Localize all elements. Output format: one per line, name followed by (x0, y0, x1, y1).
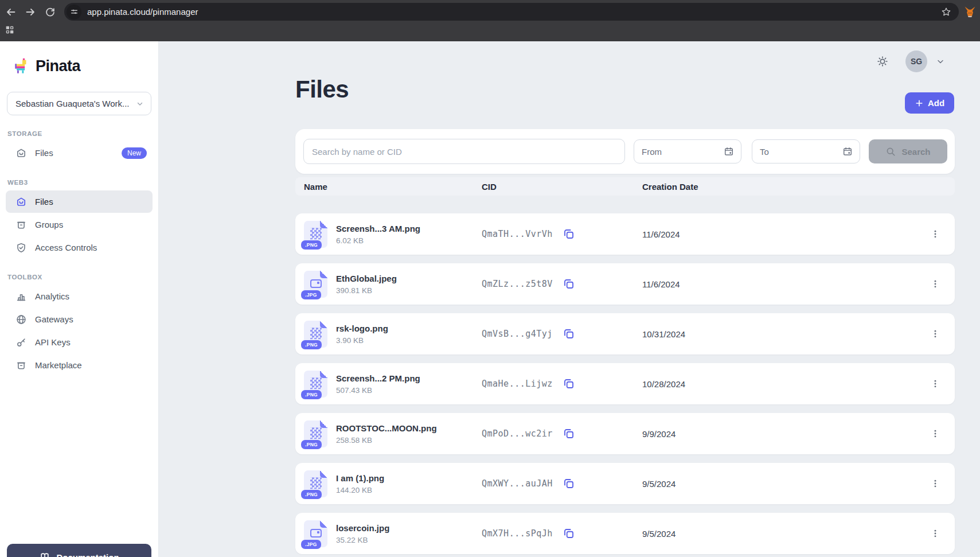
add-button[interactable]: Add (905, 92, 954, 114)
metamask-icon (963, 5, 977, 18)
kebab-menu-icon (930, 528, 940, 539)
sidebar-item-analytics[interactable]: Analytics (6, 285, 153, 307)
chevron-down-icon (936, 57, 945, 66)
forward-button[interactable] (24, 5, 37, 19)
date-to-input[interactable]: To (752, 139, 860, 163)
sidebar-item-api-keys[interactable]: API Keys (6, 331, 153, 353)
theme-toggle-button[interactable] (873, 52, 892, 71)
plus-icon (915, 99, 924, 108)
date-from-input[interactable]: From (634, 139, 741, 163)
gateways-icon (15, 314, 27, 325)
back-icon (5, 6, 17, 18)
account-menu-button[interactable] (936, 57, 945, 66)
file-jpg-icon: .JPG (304, 520, 327, 547)
bookmark-star-button[interactable] (940, 6, 952, 18)
copy-icon (563, 477, 575, 490)
row-menu-button[interactable] (926, 474, 944, 493)
sidebar-item-web3-files[interactable]: Files (6, 190, 153, 213)
file-jpg-icon: .JPG (304, 271, 327, 298)
calendar-icon (724, 146, 734, 157)
copy-cid-button[interactable] (563, 377, 575, 390)
sun-icon (876, 55, 889, 68)
row-menu-button[interactable] (926, 325, 944, 343)
table-row[interactable]: .JPG losercoin.jpg35.22 KB QmX7H...sPqJh… (295, 513, 955, 554)
file-size: 507.43 KB (336, 386, 420, 395)
copy-cid-button[interactable] (563, 477, 575, 490)
file-size: 390.81 KB (336, 286, 397, 295)
sidebar-item-label: Marketplace (35, 360, 147, 370)
copy-cid-button[interactable] (563, 278, 575, 290)
date-from-placeholder: From (642, 147, 662, 157)
sidebar-item-label: Files (35, 148, 114, 158)
site-info-icon[interactable] (67, 5, 81, 20)
section-label-web3: WEB3 (7, 179, 158, 186)
file-cid: QmX7H...sPqJh (482, 528, 553, 539)
file-name: rsk-logo.png (336, 324, 388, 333)
section-label-toolbox: TOOLBOX (7, 274, 158, 281)
row-menu-button[interactable] (926, 424, 944, 443)
file-png-icon: .PNG (304, 321, 327, 348)
search-input[interactable] (303, 139, 625, 164)
file-size: 144.20 KB (336, 486, 384, 494)
kebab-menu-icon (930, 379, 940, 389)
file-date: 10/28/2024 (642, 379, 922, 389)
file-name: losercoin.jpg (336, 523, 389, 533)
table-header: Name CID Creation Date (295, 177, 955, 196)
sidebar-item-gateways[interactable]: Gateways (6, 308, 153, 330)
copy-icon (563, 427, 575, 440)
access-controls-icon (15, 242, 27, 254)
table-row[interactable]: .PNG rsk-logo.png3.90 KB QmVsB...g4Tyj 1… (295, 313, 955, 355)
table-row[interactable]: .PNG ROOTSTOC...MOON.png258.58 KB QmPoD.… (295, 413, 955, 454)
pinata-logo[interactable]: Pinata (13, 56, 158, 76)
copy-cid-button[interactable] (563, 328, 575, 340)
sidebar-item-label: Access Controls (35, 243, 147, 252)
sidebar-item-groups[interactable]: Groups (6, 213, 153, 236)
url-bar[interactable]: app.pinata.cloud/pinmanager (64, 3, 959, 21)
row-menu-button[interactable] (926, 524, 944, 543)
filter-card: From To Search (295, 129, 955, 174)
row-menu-button[interactable] (926, 275, 944, 293)
file-png-icon: .PNG (304, 420, 327, 447)
search-button[interactable]: Search (869, 139, 947, 163)
url-text: app.pinata.cloud/pinmanager (87, 7, 940, 17)
file-cid: QmPoD...wc2ir (482, 429, 553, 439)
row-menu-button[interactable] (926, 225, 944, 243)
groups-icon (15, 219, 27, 231)
table-row[interactable]: .JPG EthGlobal.jpeg390.81 KB QmZLz...z5t… (295, 263, 955, 305)
file-date: 11/6/2024 (642, 229, 922, 239)
copy-cid-button[interactable] (563, 527, 575, 540)
apps-grid-button[interactable] (5, 25, 15, 35)
reload-button[interactable] (43, 5, 57, 19)
kebab-menu-icon (930, 229, 940, 239)
reload-icon (45, 7, 56, 18)
sidebar-item-access-controls[interactable]: Access Controls (6, 236, 153, 259)
analytics-icon (15, 291, 27, 302)
workspace-name: Sebastian Guaqueta's Work... (15, 99, 130, 108)
browser-chrome: app.pinata.cloud/pinmanager (0, 0, 980, 41)
marketplace-icon (15, 360, 27, 371)
row-menu-button[interactable] (926, 375, 944, 393)
book-icon (39, 551, 50, 557)
back-button[interactable] (4, 5, 18, 19)
table-row[interactable]: .PNG Screensh...2 PM.png507.43 KB QmaHe.… (295, 363, 955, 404)
copy-icon (563, 527, 575, 540)
avatar[interactable]: SG (905, 50, 927, 72)
kebab-menu-icon (930, 478, 940, 489)
metamask-extension-button[interactable] (963, 5, 977, 18)
table-row[interactable]: .PNG Screensh...3 AM.png6.02 KB QmaTH...… (295, 213, 955, 255)
table-row[interactable]: .PNG I am (1).png144.20 KB QmXWY...auJAH… (295, 463, 955, 504)
file-cid: QmXWY...auJAH (482, 478, 553, 489)
sidebar: Pinata Sebastian Guaqueta's Work... STOR… (0, 41, 159, 557)
main-content: SG Files Add From To Search Name CID Cre… (159, 41, 980, 557)
sidebar-item-marketplace[interactable]: Marketplace (6, 354, 153, 376)
new-badge: New (122, 147, 147, 159)
documentation-button[interactable]: Documentation (7, 544, 151, 557)
file-name: ROOTSTOC...MOON.png (336, 423, 437, 433)
copy-cid-button[interactable] (563, 427, 575, 440)
sidebar-item-storage-files[interactable]: Files New (6, 142, 153, 164)
copy-cid-button[interactable] (563, 228, 575, 240)
documentation-label: Documentation (56, 552, 119, 557)
workspace-selector[interactable]: Sebastian Guaqueta's Work... (7, 92, 151, 115)
page-title: Files (295, 76, 349, 103)
sidebar-item-label: Groups (35, 220, 147, 229)
